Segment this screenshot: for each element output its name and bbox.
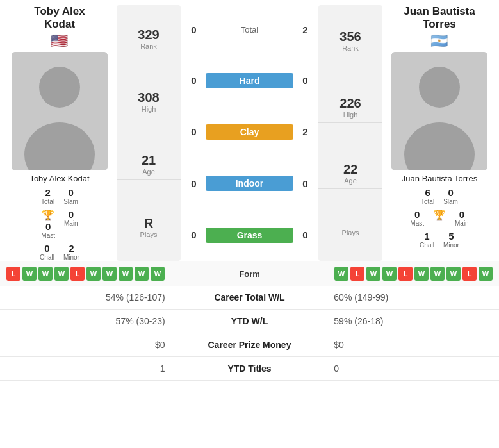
right-main-lbl: Main xyxy=(455,220,469,227)
indoor-row: 0 Indoor 0 xyxy=(186,176,313,191)
top-comparison-block: Toby Alex Kodat 🇺🇸 Toby Alex Kodat 2 Tot… xyxy=(0,0,499,261)
left-age-val: 21 xyxy=(142,153,156,168)
stats-left-val: 57% (30-23) xyxy=(0,310,175,333)
stats-label: YTD W/L xyxy=(175,310,325,333)
left-high-val: 308 xyxy=(138,90,159,105)
indoor-button[interactable]: Indoor xyxy=(206,176,293,191)
right-trophy-icon: 🏆 xyxy=(433,209,446,221)
stats-label: Career Prize Money xyxy=(175,333,325,357)
clay-button[interactable]: Clay xyxy=(206,124,293,140)
left-minor-val: 2 xyxy=(69,243,74,254)
right-player-flag: 🇦🇷 xyxy=(430,33,448,49)
form-badge: L xyxy=(462,267,477,281)
form-badge: W xyxy=(54,267,69,281)
total-right-val: 2 xyxy=(297,24,313,35)
page-wrapper: Toby Alex Kodat 🇺🇸 Toby Alex Kodat 2 Tot… xyxy=(0,0,499,381)
form-badge: W xyxy=(414,267,429,281)
stats-right-val: 0 xyxy=(324,357,499,381)
left-chall-lbl: Chall xyxy=(40,254,54,261)
left-player-avatar xyxy=(12,52,108,170)
right-total-lbl: Total xyxy=(421,198,434,205)
svg-point-4 xyxy=(419,67,460,108)
stats-comparison-table: 54% (126-107) Career Total W/L 60% (149-… xyxy=(0,286,499,381)
stats-right-val: $0 xyxy=(324,333,499,357)
grass-button[interactable]: Grass xyxy=(206,228,293,243)
left-player-column: Toby Alex Kodat 🇺🇸 Toby Alex Kodat 2 Tot… xyxy=(5,5,114,261)
right-player-column: Juan Bautista Torres 🇦🇷 Juan Bautista To… xyxy=(385,5,494,261)
left-high-lbl: High xyxy=(142,105,156,113)
left-minor-lbl: Minor xyxy=(63,254,79,261)
right-high-block: 226 High xyxy=(318,92,382,123)
left-plays-block: R Plays xyxy=(117,212,181,242)
left-mast-val: 0 xyxy=(45,221,51,232)
stats-right-val: 60% (149-99) xyxy=(324,286,499,310)
left-player-name-below: Toby Alex Kodat xyxy=(29,174,89,183)
left-main-val: 0 xyxy=(69,209,74,220)
right-minor-lbl: Minor xyxy=(443,242,459,249)
form-badge: W xyxy=(334,267,348,281)
left-mast-lbl: Mast xyxy=(41,232,55,239)
form-badge: W xyxy=(430,267,445,281)
left-age-lbl: Age xyxy=(142,168,155,176)
right-rank-block: 356 Rank xyxy=(318,26,382,56)
form-section: LWWWLWWWWW Form WLWWLWWWLW xyxy=(0,261,499,286)
left-slam-stat: 0 Slam xyxy=(63,187,78,205)
form-badge: W xyxy=(366,267,380,281)
right-total-stat: 6 Total xyxy=(421,187,434,205)
grass-left-val: 0 xyxy=(186,229,202,240)
right-chall-stat: 1 Chall xyxy=(420,231,434,249)
left-rank-val: 329 xyxy=(138,28,159,42)
right-mast-stat: 0 Mast xyxy=(410,209,424,227)
form-badge: W xyxy=(382,267,397,281)
left-chall-stat: 0 Chall xyxy=(40,243,54,261)
form-badge: L xyxy=(398,267,413,281)
total-left-val: 0 xyxy=(186,24,202,35)
clay-left-val: 0 xyxy=(186,126,202,137)
right-chall-lbl: Chall xyxy=(420,242,434,249)
right-mast-lbl: Mast xyxy=(410,220,424,227)
form-label: Form xyxy=(224,269,275,279)
left-minor-stat: 2 Minor xyxy=(63,243,79,261)
form-badge: W xyxy=(446,267,461,281)
right-main-stat: 0 Main xyxy=(455,209,469,227)
left-stats-panel: 329 Rank 308 High 21 Age R Plays xyxy=(117,5,181,261)
indoor-right-val: 0 xyxy=(297,178,313,189)
left-total-stat: 2 Total xyxy=(41,187,54,205)
right-age-block: 22 Age xyxy=(318,158,382,189)
left-total-val: 2 xyxy=(45,187,50,198)
left-player-name-line2: Kodat xyxy=(44,18,75,31)
right-player-avatar xyxy=(391,52,487,170)
middle-surface-panel: 0 Total 2 0 Hard 0 0 Clay 2 0 Indoor 0 xyxy=(183,5,316,261)
left-rank-block: 329 Rank xyxy=(117,24,181,54)
right-main-val: 0 xyxy=(459,209,464,220)
form-badge: W xyxy=(119,267,133,281)
left-form-badges: LWWWLWWWWW xyxy=(6,267,221,281)
left-main-stat: 0 Main xyxy=(64,209,78,239)
left-high-block: 308 High xyxy=(117,87,181,117)
right-player-name-below: Juan Bautista Torres xyxy=(402,174,477,183)
left-trophy-icon: 🏆 xyxy=(42,209,54,221)
left-player-flag: 🇺🇸 xyxy=(51,33,68,49)
right-plays-lbl: Plays xyxy=(342,229,359,236)
right-mast-val: 0 xyxy=(414,209,420,220)
hard-button[interactable]: Hard xyxy=(206,73,293,88)
left-player-stats-row3: 0 Chall 2 Minor xyxy=(40,243,79,261)
form-badge: W xyxy=(479,267,493,281)
left-main-lbl: Main xyxy=(64,220,78,227)
grass-row: 0 Grass 0 xyxy=(186,228,313,243)
svg-point-1 xyxy=(39,67,80,108)
indoor-left-val: 0 xyxy=(186,178,202,189)
right-slam-stat: 0 Slam xyxy=(443,187,458,205)
left-age-block: 21 Age xyxy=(117,149,181,180)
right-slam-lbl: Slam xyxy=(443,198,458,205)
hard-left-val: 0 xyxy=(186,75,202,86)
hard-right-val: 0 xyxy=(297,75,313,86)
left-player-stats-row2: 🏆 0 Mast 0 Main xyxy=(41,209,78,239)
form-badge: W xyxy=(102,267,117,281)
right-player-stats-row3: 1 Chall 5 Minor xyxy=(420,231,459,249)
left-player-name-line1: Toby Alex xyxy=(34,5,85,18)
right-total-val: 6 xyxy=(425,187,430,198)
right-minor-stat: 5 Minor xyxy=(443,231,459,249)
form-badge: L xyxy=(6,267,20,281)
stats-row: 57% (30-23) YTD W/L 59% (26-18) xyxy=(0,310,499,333)
